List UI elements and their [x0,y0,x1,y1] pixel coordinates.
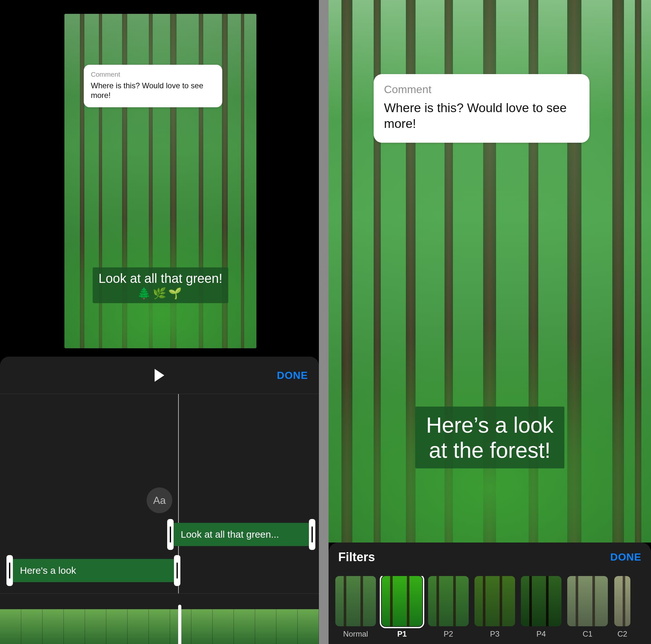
filter-thumbnail [614,576,630,626]
comment-label: Comment [384,83,579,96]
video-preview[interactable]: Comment Where is this? Would love to see… [64,14,256,348]
caption-line-2: at the forest! [429,438,551,462]
filter-thumbnail [521,576,561,626]
timeline-editor-panel: DONE Aa Look at all that green... Here's… [0,357,319,644]
text-clip-upper[interactable]: Look at all that green... [167,519,315,550]
clip-handle-right[interactable] [174,555,180,586]
text-clip-lower[interactable]: Here's a look [6,555,180,586]
caption-emoji: 🌲🌿🌱 [99,287,223,300]
editor-topbar: DONE [0,357,319,394]
caption-text: Look at all that green! [99,271,223,285]
filter-label: P1 [397,630,406,639]
caption-overlay[interactable]: Look at all that green! 🌲🌿🌱 [93,267,228,303]
filters-screen: Comment Where is this? Would love to see… [329,0,651,644]
filters-title: Filters [338,550,375,564]
caption-line-1: Here’s a look [426,413,554,437]
comment-text: Where is this? Would love to see more! [91,81,215,100]
filter-label: C2 [618,630,627,639]
filter-label: P4 [536,630,546,639]
filter-thumbnail [567,576,608,626]
filter-label: P2 [443,630,453,639]
video-preview[interactable]: Comment Where is this? Would love to see… [329,0,651,543]
comment-text: Where is this? Would love to see more! [384,100,579,132]
filter-item-p4[interactable]: P4 [520,576,562,640]
video-caption-editor-screen: Comment Where is this? Would love to see… [0,0,319,644]
filter-item-c2[interactable]: C2 [613,576,632,640]
comment-label: Comment [91,70,215,78]
filter-item-p3[interactable]: P3 [473,576,516,640]
filter-item-c1[interactable]: C1 [566,576,609,640]
done-button[interactable]: DONE [611,551,641,563]
filter-item-p1[interactable]: P1 [381,576,423,640]
comment-sticker[interactable]: Comment Where is this? Would love to see… [374,74,589,143]
filters-panel: Filters DONE NormalP1P2P3P4C1C2 [329,543,651,644]
clip-label[interactable]: Look at all that green... [174,523,309,546]
timeline-area[interactable]: Aa Look at all that green... Here's a lo… [0,394,319,594]
filter-list[interactable]: NormalP1P2P3P4C1C2 [332,576,651,640]
caption-overlay[interactable]: Here’s a look at the forest! [415,406,565,468]
filmstrip-playhead[interactable] [178,605,181,644]
filter-thumbnail [474,576,515,626]
filter-item-normal[interactable]: Normal [334,576,377,640]
filter-item-p2[interactable]: P2 [427,576,470,640]
filter-label: Normal [343,630,368,639]
filter-label: P3 [490,630,499,639]
clip-handle-left[interactable] [6,555,13,586]
clip-handle-right[interactable] [309,519,315,550]
play-icon[interactable] [155,369,164,382]
done-button[interactable]: DONE [277,369,308,381]
add-text-button[interactable]: Aa [147,487,172,513]
clip-label[interactable]: Here's a look [13,559,174,582]
comment-sticker[interactable]: Comment Where is this? Would love to see… [84,65,222,107]
filter-thumbnail [335,576,376,626]
filter-label: C1 [583,630,593,639]
filter-thumbnail [382,576,422,626]
filter-thumbnail [428,576,469,626]
clip-handle-left[interactable] [167,519,174,550]
video-filmstrip[interactable] [0,609,319,644]
